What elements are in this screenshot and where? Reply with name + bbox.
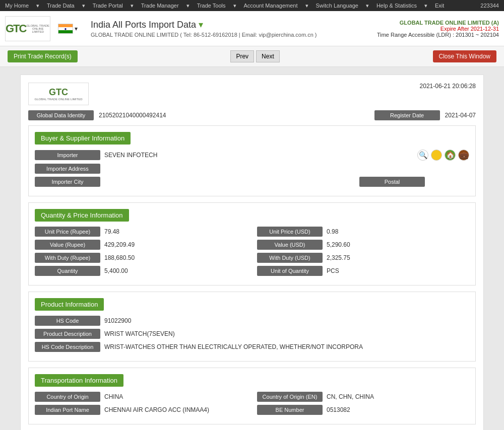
top-navigation[interactable]: My Home ▾ Trade Data ▾ Trade Portal ▾ Tr… — [5, 3, 444, 9]
nav-trade-tools[interactable]: Trade Tools — [197, 3, 226, 9]
with-duty-rupee-value: 188,680.50 — [104, 254, 247, 261]
nav-trade-portal[interactable]: Trade Portal — [93, 3, 123, 9]
user-id: 223344 — [480, 3, 499, 9]
quantity-row: Quantity 5,400.00 Unit of Quantity PCS — [35, 266, 469, 276]
quantity-price-section: Quantity & Price Information Unit Price … — [28, 202, 476, 285]
value-rupee-value: 429,209.49 — [104, 241, 247, 248]
importer-icons: 🔍 ★ 🏠 💼 — [417, 150, 469, 161]
search-icon[interactable]: 🔍 — [417, 150, 428, 161]
indian-port-group: Indian Port Name CHENNAI AIR CARGO ACC (… — [35, 405, 247, 415]
title-dropdown-icon[interactable]: ▾ — [199, 19, 203, 30]
hs-code-description-row: HS Code Description WRIST-WATCHES OTHER … — [35, 342, 469, 352]
product-section: Product Information HS Code 91022900 Pro… — [28, 292, 476, 362]
next-button-top[interactable]: Next — [256, 50, 280, 62]
country-origin-group: Country of Origin CHINA — [35, 392, 247, 402]
country-origin-label: Country of Origin — [35, 392, 100, 402]
nav-switch-language[interactable]: Switch Language — [316, 3, 358, 9]
buyer-supplier-section: Buyer & Supplier Information Importer SE… — [28, 125, 476, 196]
header-title-area: India All Ports Import Data ▾ GLOBAL TRA… — [86, 19, 377, 38]
importer-label: Importer — [35, 150, 100, 160]
product-description-label: Product Description — [35, 329, 100, 339]
unit-price-rupee-label: Unit Price (Rupee) — [35, 227, 100, 237]
global-data-identity-value: 21052021040000492414 — [99, 112, 369, 119]
unit-of-quantity-group: Unit of Quantity PCS — [257, 266, 469, 276]
nav-exit[interactable]: Exit — [435, 3, 444, 9]
record-logo: GTC GLOBAL TRADE ONLINE LIMITED — [28, 83, 89, 105]
identity-row: Global Data Identity 2105202104000049241… — [28, 110, 476, 120]
quantity-price-header: Quantity & Price Information — [35, 209, 469, 227]
country-origin-en-value: CN, CHN, CHINA — [327, 393, 469, 400]
page-header: GTC GLOBAL TRADE ONLINE LIMITED ▾ India … — [0, 11, 504, 46]
record-date: 2021-06-21 20:06:28 — [420, 83, 476, 90]
star-icon[interactable]: ★ — [431, 150, 442, 161]
nav-help-statistics[interactable]: Help & Statistics — [376, 3, 417, 9]
main-content: GTC GLOBAL TRADE ONLINE LIMITED 2021-06-… — [0, 67, 504, 430]
hs-code-description-value: WRIST-WATCHES OTHER THAN ELECTRICALLY OP… — [104, 343, 469, 350]
print-record-button-top[interactable]: Print Trade Record(s) — [8, 50, 78, 62]
country-origin-value: CHINA — [104, 393, 247, 400]
expire-info: Expire After 2021-12-31 — [377, 26, 499, 32]
indian-port-value: CHENNAI AIR CARGO ACC (INMAA4) — [104, 406, 247, 413]
unit-price-usd-group: Unit Price (USD) 0.98 — [257, 227, 469, 237]
with-duty-row: With Duty (Rupee) 188,680.50 With Duty (… — [35, 253, 469, 263]
global-data-identity-label: Global Data Identity — [28, 110, 94, 120]
nav-trade-data[interactable]: Trade Data — [47, 3, 75, 9]
country-origin-en-group: Country of Origin (EN) CN, CHN, CHINA — [257, 392, 469, 402]
unit-price-rupee-value: 79.48 — [104, 228, 247, 235]
hs-code-row: HS Code 91022900 — [35, 316, 469, 326]
quantity-price-title: Quantity & Price Information — [35, 209, 129, 222]
company-name: GLOBAL TRADE ONLINE LIMITED (A) — [377, 20, 499, 26]
country-origin-en-label: Country of Origin (EN) — [257, 392, 323, 402]
hs-code-description-label: HS Code Description — [35, 342, 100, 352]
with-duty-usd-label: With Duty (USD) — [257, 253, 323, 263]
be-number-group: BE Number 0513082 — [257, 405, 469, 415]
india-flag — [58, 24, 73, 34]
unit-price-row: Unit Price (Rupee) 79.48 Unit Price (USD… — [35, 227, 469, 237]
home-icon[interactable]: 🏠 — [445, 150, 456, 161]
with-duty-usd-group: With Duty (USD) 2,325.75 — [257, 253, 469, 263]
transportation-header: Transportation Information — [35, 374, 469, 392]
top-bar: My Home ▾ Trade Data ▾ Trade Portal ▾ Tr… — [0, 0, 504, 11]
quantity-value: 5,400.00 — [104, 267, 247, 274]
value-usd-value: 5,290.60 — [327, 241, 469, 248]
flag-dropdown[interactable]: ▾ — [58, 24, 78, 34]
value-rupee-group: Value (Rupee) 429,209.49 — [35, 240, 247, 250]
nav-my-home[interactable]: My Home — [5, 3, 29, 9]
transportation-section: Transportation Information Country of Or… — [28, 368, 476, 424]
nav-trade-manager[interactable]: Trade Manager — [141, 3, 179, 9]
close-window-button-top[interactable]: Close This Window — [433, 50, 496, 62]
header-right-info: GLOBAL TRADE ONLINE LIMITED (A) Expire A… — [377, 20, 499, 38]
prev-button-top[interactable]: Prev — [230, 50, 254, 62]
with-duty-usd-value: 2,325.75 — [327, 254, 469, 261]
hs-code-label: HS Code — [35, 316, 100, 326]
buyer-supplier-header: Buyer & Supplier Information — [35, 132, 469, 150]
port-row: Indian Port Name CHENNAI AIR CARGO ACC (… — [35, 405, 469, 415]
importer-value: SEVEN INFOTECH — [104, 152, 413, 159]
indian-port-label: Indian Port Name — [35, 405, 100, 415]
record-card: GTC GLOBAL TRADE ONLINE LIMITED 2021-06-… — [20, 75, 484, 430]
register-date-label: Register Date — [374, 110, 440, 120]
quantity-label: Quantity — [35, 266, 100, 276]
with-duty-rupee-group: With Duty (Rupee) 188,680.50 — [35, 253, 247, 263]
transportation-title: Transportation Information — [35, 374, 123, 387]
product-description-value: WRIST WATCH(7SEVEN) — [104, 330, 469, 337]
logo-text: GTC — [6, 22, 26, 35]
with-duty-rupee-label: With Duty (Rupee) — [35, 253, 100, 263]
quantity-group: Quantity 5,400.00 — [35, 266, 247, 276]
header-subtitle: GLOBAL TRADE ONLINE LIMITED ( Tel: 86-51… — [91, 32, 377, 38]
unit-of-quantity-label: Unit of Quantity — [257, 266, 323, 276]
value-rupee-label: Value (Rupee) — [35, 240, 100, 250]
nav-account-management[interactable]: Account Management — [244, 3, 298, 9]
page-title: India All Ports Import Data ▾ — [91, 19, 377, 30]
value-usd-group: Value (USD) 5,290.60 — [257, 240, 469, 250]
logo-subtext: GLOBAL TRADE ONLINE LIMITED — [26, 24, 50, 33]
unit-price-usd-value: 0.98 — [327, 228, 469, 235]
record-header: GTC GLOBAL TRADE ONLINE LIMITED 2021-06-… — [28, 83, 476, 105]
postal-label: Postal — [359, 177, 425, 187]
briefcase-icon[interactable]: 💼 — [458, 150, 469, 161]
be-number-value: 0513082 — [327, 406, 469, 413]
flag-chevron[interactable]: ▾ — [75, 25, 78, 32]
importer-row: Importer SEVEN INFOTECH 🔍 ★ 🏠 💼 — [35, 150, 469, 161]
importer-address-row: Importer Address — [35, 164, 469, 174]
importer-city-row: Importer City Postal — [35, 177, 469, 187]
